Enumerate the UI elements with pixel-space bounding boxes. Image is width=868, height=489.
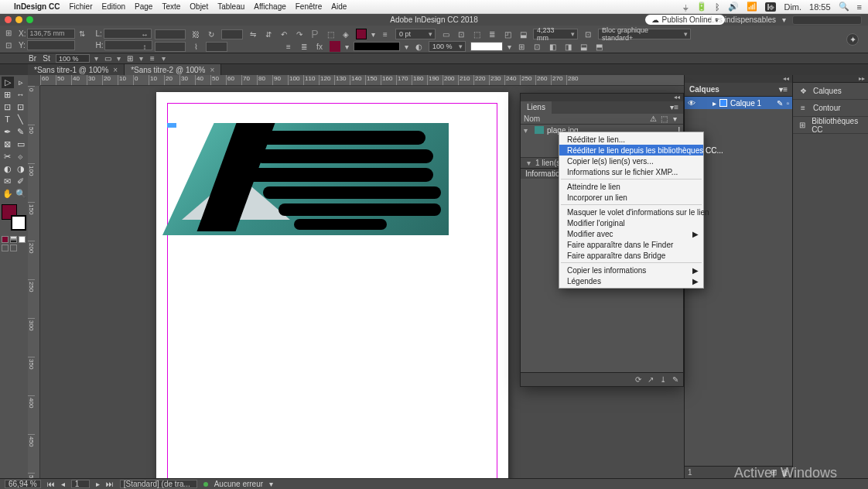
nav-prev-icon[interactable]: ◂ [61, 480, 65, 488]
frame-type-select[interactable]: Bloc graphique standard+ [598, 29, 691, 39]
panel-tab-liens[interactable]: Liens [521, 101, 552, 114]
scale-x-icon[interactable]: ↔ [139, 29, 150, 39]
new-layer-icon[interactable]: ⊞ [771, 468, 777, 477]
context-menu-item[interactable]: Modifier l'original [559, 217, 703, 228]
shear-icon[interactable]: ⌇ [190, 41, 201, 52]
context-menu-item[interactable]: Légendes▶ [559, 275, 703, 286]
menu-tableau[interactable]: Tableau [217, 2, 244, 11]
doc-tab-1[interactable]: *Sans titre-1 @ 100%× [28, 64, 125, 75]
tool-rectangle[interactable]: ▭ [15, 138, 27, 150]
nav-next-icon[interactable]: ▸ [96, 480, 100, 488]
sort-icon[interactable]: ▾ [669, 115, 680, 123]
menu-page[interactable]: Page [135, 2, 152, 11]
context-menu-item[interactable]: Faire apparaître dans Bridge [559, 250, 703, 261]
lib-icon-5[interactable]: ⬓ [578, 41, 589, 52]
tool-note[interactable]: ✉ [2, 176, 14, 187]
battery-icon[interactable]: 🔋 [696, 2, 707, 12]
goto-link-icon[interactable]: ↗ [648, 375, 654, 384]
context-menu-item[interactable]: Copier le(s) lien(s) vers... [559, 156, 703, 166]
context-menu-item[interactable]: Masquer le volet d'informations sur le l… [559, 207, 703, 217]
stock-icon[interactable]: St [42, 54, 51, 63]
reference-point-icon-2[interactable]: ⊡ [3, 40, 14, 51]
constrain-icon[interactable]: ⛓ [190, 29, 201, 39]
chevron-down-icon[interactable]: ▾ [94, 54, 98, 63]
chevron-down-icon[interactable]: ▾ [139, 54, 143, 63]
context-menu-item[interactable]: Incorporer un lien [559, 192, 703, 203]
panel-btn-contour[interactable]: ≡Contour [793, 100, 868, 117]
scale-y-icon[interactable]: ↕ [139, 41, 150, 52]
app-name[interactable]: InDesign CC [14, 2, 60, 11]
shear-field[interactable] [206, 42, 227, 52]
chevron-down-icon[interactable]: ▾ [162, 54, 166, 63]
document-page[interactable] [156, 92, 508, 478]
align-icon-2[interactable]: ≣ [299, 41, 309, 52]
update-link-icon[interactable]: ⤓ [660, 375, 666, 384]
quick-apply-button[interactable]: ✦ [846, 33, 859, 46]
menu-fenetre[interactable]: Fenêtre [296, 2, 322, 11]
tool-gap[interactable]: ↔ [15, 89, 27, 101]
relink-icon[interactable]: ⟳ [635, 375, 641, 384]
doc-tab-2[interactable]: *Sans titre-2 @ 100%× [125, 64, 221, 75]
menu-fichier[interactable]: Fichier [69, 2, 92, 11]
collapse-icon[interactable]: ◂◂ [685, 75, 792, 83]
chevron-down-icon[interactable]: ▾ [269, 480, 273, 488]
close-icon[interactable]: × [113, 66, 118, 74]
zoom-level-field[interactable]: 100 % [56, 54, 90, 63]
lib-icon-4[interactable]: ◨ [562, 41, 573, 52]
flip-h-icon[interactable]: ⇋ [248, 29, 258, 39]
minimize-icon[interactable] [15, 16, 22, 23]
clock-time[interactable]: 18:55 [809, 2, 831, 12]
disclosure-icon[interactable]: ▸ [713, 99, 716, 108]
tool-pen[interactable]: ✒ [2, 126, 14, 138]
tool-direct-selection[interactable]: ▹ [15, 77, 27, 88]
context-menu-item[interactable]: Copier les informations▶ [559, 265, 703, 275]
layer-row[interactable]: 👁 ▸ Calque 1 ✎ ▫ [685, 97, 792, 109]
corner-icon[interactable]: ◰ [502, 29, 513, 39]
opacity-field[interactable]: 100 % [429, 41, 466, 52]
character-icon[interactable]: P [309, 29, 320, 39]
stroke-color[interactable] [11, 215, 26, 231]
fitting-icon[interactable]: ⊡ [583, 29, 593, 39]
menu-objet[interactable]: Objet [190, 2, 208, 11]
tool-line[interactable]: ╲ [15, 114, 27, 125]
color-mode-toggles[interactable] [2, 236, 26, 243]
link-xy-icon[interactable]: ⇅ [77, 28, 87, 39]
frame-icon[interactable]: ▭ [440, 29, 451, 39]
arrange-icon[interactable]: ≡ [148, 54, 157, 63]
view-icon[interactable]: ▭ [103, 54, 112, 63]
status-col-icon[interactable]: ⚠ [648, 115, 658, 123]
tool-zoom[interactable]: 🔍 [15, 188, 27, 200]
rotate-field[interactable] [221, 29, 243, 39]
tool-pencil[interactable]: ✎ [15, 126, 27, 138]
clock-day[interactable]: Dim. [784, 2, 801, 12]
fx-icon[interactable]: fx [314, 41, 325, 52]
panel-tab-calques[interactable]: Calques▾≡ [685, 83, 792, 97]
close-icon[interactable] [5, 16, 12, 23]
maximize-icon[interactable] [26, 16, 33, 23]
nav-first-icon[interactable]: ⏮ [47, 480, 55, 488]
collapse-icon[interactable]: ◂◂ [521, 94, 683, 101]
col-name[interactable]: Nom [524, 115, 648, 123]
vertical-ruler[interactable]: 050100150200250300350400450500 [28, 86, 40, 478]
tool-hand[interactable]: ✋ [2, 188, 14, 200]
effects-swatch[interactable] [470, 42, 503, 51]
context-menu-item[interactable]: Atteindre le lien [559, 181, 703, 192]
lib-icon-3[interactable]: ◧ [547, 41, 558, 52]
y-field[interactable] [27, 40, 75, 50]
window-controls[interactable] [5, 16, 33, 23]
lib-icon[interactable]: ⊞ [516, 41, 527, 52]
menu-aide[interactable]: Aide [331, 2, 347, 11]
lang-icon[interactable]: I⎆ [765, 2, 776, 12]
tool-selection[interactable]: ▷ [2, 77, 14, 88]
nav-last-icon[interactable]: ⏭ [106, 480, 114, 488]
text-wrap-icon[interactable]: ≣ [487, 29, 497, 39]
menu-affichage[interactable]: Affichage [254, 2, 286, 11]
zoom-field[interactable]: 66,94 % [5, 480, 41, 488]
chevron-down-icon[interactable]: ▾ [117, 54, 121, 63]
select-container-icon[interactable]: ⬚ [325, 29, 336, 39]
panel-btn-cc[interactable]: ⊞Bibliothèques CC [793, 117, 868, 134]
edit-original-icon[interactable]: ✎ [672, 375, 678, 384]
fill-stroke-proxy[interactable] [2, 204, 26, 231]
preflight-preset[interactable]: [Standard] (de tra... [120, 480, 197, 488]
close-icon[interactable]: × [210, 66, 214, 74]
